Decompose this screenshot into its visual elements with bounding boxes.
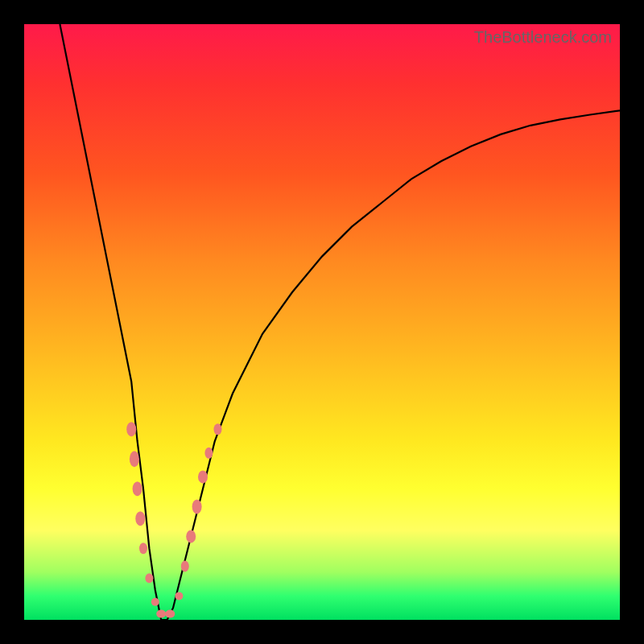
data-marker	[214, 423, 222, 435]
data-marker	[186, 530, 196, 543]
data-marker	[145, 573, 153, 583]
data-marker	[192, 499, 202, 514]
chart-plot-area: TheBottleneck.com	[24, 24, 620, 620]
data-marker	[133, 481, 142, 496]
data-marker	[204, 448, 213, 459]
data-marker	[198, 470, 208, 483]
data-marker	[139, 543, 147, 554]
data-marker	[135, 511, 145, 526]
data-marker	[156, 610, 166, 618]
data-marker	[181, 560, 189, 572]
chart-container: TheBottleneck.com	[0, 0, 644, 644]
bottleneck-curve	[60, 24, 620, 620]
data-marker	[165, 610, 175, 618]
data-marker	[130, 451, 139, 467]
data-marker	[151, 598, 159, 606]
curve-svg	[24, 24, 620, 620]
data-marker	[126, 422, 136, 436]
data-marker	[175, 592, 183, 600]
